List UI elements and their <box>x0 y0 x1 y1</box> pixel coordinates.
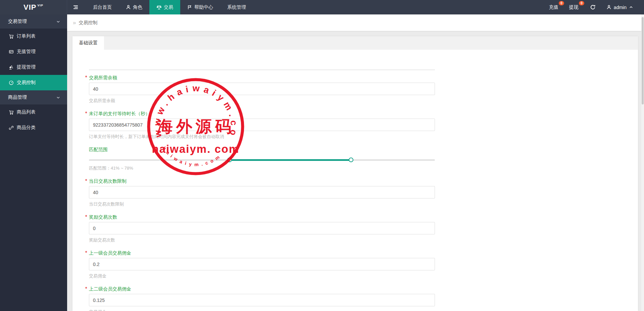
sidebar-toggle-button[interactable] <box>67 0 84 14</box>
required-asterisk <box>85 250 87 256</box>
panel-body: 交易所需余额 交易所需余额 未订单的支付等待时长（秒） 订单支付等待时长，新下订… <box>72 50 638 311</box>
breadcrumb-chevrons-icon: » <box>73 19 76 26</box>
field-pay-wait-time: 未订单的支付等待时长（秒） 订单支付等待时长，新下订单未在此时间内容完成支付将会… <box>89 111 435 139</box>
chevron-down-icon <box>56 19 60 24</box>
page-scrollbar[interactable] <box>641 14 644 311</box>
field-daily-trade-limit: 当日交易次数限制 当日交易次数限制 <box>89 178 435 207</box>
sidebar-group-trade[interactable]: 交易管理 <box>0 14 67 29</box>
nav-item-help[interactable]: 帮助中心 <box>180 0 220 14</box>
nav-item-roles[interactable]: 角色 <box>119 0 149 14</box>
chevron-down-icon <box>56 95 60 100</box>
logo-superscript: VIP <box>37 4 43 7</box>
sidebar-item-goods-category[interactable]: 商品分类 <box>0 120 67 135</box>
logo-text: VIP <box>23 3 36 12</box>
field-reward-trade-count: 奖励交易次数 奖励交易次数 <box>89 214 435 243</box>
user-menu[interactable]: admin <box>602 0 638 14</box>
sidebar-item-withdraw-mgmt[interactable]: 提现管理 <box>0 59 67 75</box>
field-match-range: 匹配范围 匹配范围：41% ~ 78% <box>89 147 435 171</box>
link-icon <box>9 125 14 130</box>
field-help: 交易佣金 <box>89 273 435 279</box>
withdraw-label: 提现 <box>569 4 579 10</box>
refresh-button[interactable] <box>584 0 602 14</box>
slider-handle-max[interactable] <box>349 158 353 162</box>
match-range-slider <box>89 158 435 163</box>
required-asterisk <box>85 286 87 292</box>
nav-item-trade[interactable]: 交易 <box>149 0 180 14</box>
username: admin <box>614 5 627 10</box>
sidebar-item-label: 交易控制 <box>17 80 36 86</box>
nav-item-label: 系统管理 <box>227 4 246 10</box>
field-help: 匹配范围：41% ~ 78% <box>89 166 435 171</box>
breadcrumb-current: 交易控制 <box>79 20 97 26</box>
sidebar-item-label: 充值管理 <box>17 49 36 55</box>
level2-commission-input[interactable] <box>89 294 435 306</box>
required-asterisk <box>85 110 87 116</box>
field-label[interactable]: 上一级会员交易佣金 <box>89 250 131 256</box>
required-asterisk <box>85 214 87 220</box>
tab-basic-settings[interactable]: 基础设置 <box>72 36 104 50</box>
required-balance-input[interactable] <box>89 83 435 95</box>
recharge-label: 充值 <box>549 4 558 10</box>
gauge-icon <box>9 80 14 85</box>
scrollbar-thumb[interactable] <box>642 17 644 104</box>
tab-strip: 基础设置 <box>72 36 638 50</box>
nav-item-label: 角色 <box>133 4 142 10</box>
main-menu: 后台首页 角色 交易 帮助中心 系统管理 <box>86 0 253 14</box>
withdraw-badge: 0 <box>579 1 584 5</box>
level1-commission-input[interactable] <box>89 258 435 270</box>
sidebar-item-order-list[interactable]: 订单列表 <box>0 29 67 44</box>
field-help: 订单支付等待时长，新下订单未在此时间内容完成支付将会被自动取消 <box>89 134 435 139</box>
field-label[interactable]: 未订单的支付等待时长（秒） <box>89 111 150 117</box>
field-level2-commission: 上二级会员交易佣金 交易佣金 <box>89 286 435 311</box>
scales-icon <box>156 5 162 10</box>
sidebar: 交易管理 订单列表 充值管理 提现管理 交易控制 商品管理 <box>0 14 67 311</box>
reward-trade-count-input[interactable] <box>89 222 435 234</box>
recharge-badge: 0 <box>559 1 564 5</box>
withdraw-button[interactable]: 提现 0 <box>564 0 584 14</box>
field-required-balance: 交易所需余额 交易所需余额 <box>89 75 435 103</box>
refresh-icon <box>590 4 596 10</box>
recharge-button[interactable]: 充值 0 <box>544 0 564 14</box>
nav-item-system[interactable]: 系统管理 <box>220 0 253 14</box>
field-label[interactable]: 交易所需余额 <box>89 75 117 81</box>
form-top-divider <box>89 70 435 70</box>
pay-wait-time-input[interactable] <box>89 119 435 131</box>
field-level1-commission: 上一级会员交易佣金 交易佣金 <box>89 250 435 279</box>
sidebar-group-goods[interactable]: 商品管理 <box>0 90 67 104</box>
nav-item-home[interactable]: 后台首页 <box>86 0 119 14</box>
nav-item-label: 后台首页 <box>93 4 112 10</box>
sidebar-group-label: 商品管理 <box>8 94 27 100</box>
content-area: 基础设置 交易所需余额 交易所需余额 未订单的支付等待时长（秒） 订单支付等待时… <box>67 31 644 311</box>
sidebar-item-recharge-mgmt[interactable]: 充值管理 <box>0 44 67 59</box>
gavel-icon <box>9 65 14 70</box>
field-label[interactable]: 奖励交易次数 <box>89 214 117 220</box>
sidebar-item-goods-list[interactable]: 商品列表 <box>0 104 67 120</box>
field-help: 当日交易次数限制 <box>89 202 435 207</box>
chevron-up-icon <box>629 5 633 9</box>
slider-handle-min[interactable] <box>227 158 232 162</box>
settings-panel: 基础设置 交易所需余额 交易所需余额 未订单的支付等待时长（秒） 订单支付等待时… <box>72 36 638 311</box>
sidebar-item-trade-control[interactable]: 交易控制 <box>0 75 67 90</box>
sidebar-item-label: 商品列表 <box>17 109 36 115</box>
cart-icon <box>9 110 14 115</box>
slider-fill <box>230 159 351 161</box>
person-icon <box>126 5 131 10</box>
required-asterisk <box>85 75 87 80</box>
basic-settings-form: 交易所需余额 交易所需余额 未订单的支付等待时长（秒） 订单支付等待时长，新下订… <box>89 75 435 311</box>
field-help: 奖励交易次数 <box>89 237 435 243</box>
sidebar-item-label: 商品分类 <box>17 125 36 131</box>
daily-trade-limit-input[interactable] <box>89 186 435 198</box>
match-range-label[interactable]: 匹配范围 <box>89 147 108 152</box>
nav-item-label: 帮助中心 <box>194 4 213 10</box>
field-help: 交易所需余额 <box>89 98 435 103</box>
main-area: » 交易控制 基础设置 交易所需余额 交易所需余额 未订单的支付等待 <box>67 14 644 311</box>
sidebar-group-label: 交易管理 <box>8 18 27 25</box>
required-asterisk <box>85 178 87 184</box>
field-label[interactable]: 上二级会员交易佣金 <box>89 286 131 292</box>
nav-item-label: 交易 <box>164 4 173 10</box>
card-icon <box>9 49 14 54</box>
app-logo[interactable]: VIPVIP <box>0 0 67 14</box>
field-label[interactable]: 当日交易次数限制 <box>89 178 127 184</box>
user-icon <box>606 5 611 10</box>
sidebar-item-label: 订单列表 <box>17 33 36 39</box>
